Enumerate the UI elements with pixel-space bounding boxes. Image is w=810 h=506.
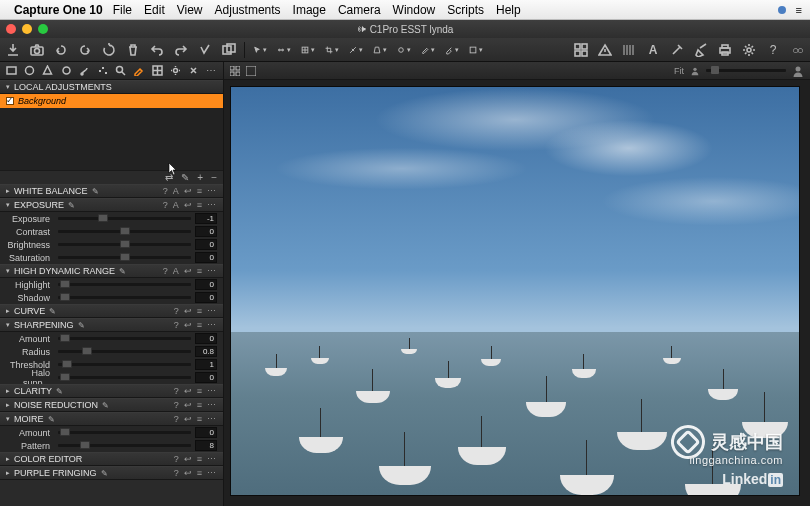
slider-value-field[interactable]: 0 — [195, 252, 217, 263]
copy-adjustments-button[interactable] — [198, 43, 212, 57]
panel-more-icon[interactable]: ⋯ — [207, 454, 217, 464]
panel-more-icon[interactable]: ⋯ — [207, 400, 217, 410]
browser-view-icon[interactable] — [230, 66, 240, 76]
sharpening-radius-slider[interactable] — [58, 350, 191, 353]
slider-value-field[interactable]: 0 — [195, 427, 217, 438]
tab-crop-icon[interactable] — [61, 65, 72, 77]
menu-help[interactable]: Help — [496, 3, 521, 17]
panel-auto-icon[interactable]: ? — [163, 266, 169, 276]
spot-tool[interactable] — [397, 43, 411, 57]
slider-thumb[interactable] — [60, 373, 70, 381]
hdr-shadow-slider[interactable] — [58, 296, 191, 299]
panel-copy-icon[interactable]: ↩ — [184, 200, 193, 210]
layer-add-icon[interactable]: + — [197, 172, 203, 183]
menu-file[interactable]: File — [113, 3, 132, 17]
viewer-view-icon[interactable] — [246, 66, 256, 76]
annotation-button[interactable]: A — [646, 43, 660, 57]
slider-value-field[interactable]: 0 — [195, 239, 217, 250]
panel-curve-header[interactable]: ▸ CURVE ✎ ?↩≡⋯ — [0, 304, 223, 318]
settings-button[interactable] — [742, 43, 756, 57]
menu-scripts[interactable]: Scripts — [447, 3, 484, 17]
panel-moire-header[interactable]: ▾ MOIRE ✎ ?↩≡⋯ — [0, 412, 223, 426]
menu-camera[interactable]: Camera — [338, 3, 381, 17]
panel-menu-icon[interactable]: ≡ — [197, 400, 203, 410]
overlay-tool[interactable] — [469, 43, 483, 57]
panel-menu-icon[interactable]: ≡ — [197, 454, 203, 464]
panel-copy-icon[interactable]: ↩ — [184, 468, 193, 478]
pick-button[interactable] — [670, 43, 684, 57]
panel-more-icon[interactable]: ⋯ — [207, 306, 217, 316]
close-window-button[interactable] — [6, 24, 16, 34]
tab-color-icon[interactable] — [79, 65, 90, 77]
edit-button[interactable] — [694, 43, 708, 57]
panel-copy-icon[interactable]: ↩ — [184, 306, 193, 316]
zoom-slider-thumb[interactable] — [711, 66, 719, 74]
panel-menu-icon[interactable]: ≡ — [197, 414, 203, 424]
draw-mask-tool[interactable] — [421, 43, 435, 57]
tab-metadata-icon[interactable] — [170, 65, 181, 77]
slider-thumb[interactable] — [82, 347, 92, 355]
camera-button[interactable] — [30, 43, 44, 57]
tab-lens-icon[interactable] — [42, 65, 53, 77]
panel-more-icon[interactable]: ⋯ — [207, 320, 217, 330]
panel-auto-icon[interactable]: ? — [174, 454, 180, 464]
slider-thumb[interactable] — [62, 360, 72, 368]
panel-menu-icon[interactable]: ≡ — [197, 306, 203, 316]
undo-button[interactable] — [150, 43, 164, 57]
tab-capture-icon[interactable] — [24, 65, 35, 77]
panel-more-icon[interactable]: ⋯ — [207, 414, 217, 424]
panel-copy-icon[interactable]: ↩ — [184, 454, 193, 464]
slider-thumb[interactable] — [98, 214, 108, 222]
zoom-fit-label[interactable]: Fit — [674, 66, 684, 76]
multi-view-button[interactable] — [222, 43, 236, 57]
panel-auto-icon[interactable]: ? — [174, 306, 180, 316]
zoom-slider[interactable] — [706, 69, 786, 72]
rotate-left-button[interactable] — [54, 43, 68, 57]
panel-copy-icon[interactable]: ↩ — [184, 266, 193, 276]
slider-value-field[interactable]: 8 — [195, 440, 217, 451]
panel-white-balance-header[interactable]: ▸ WHITE BALANCE ✎ ?A↩≡⋯ — [0, 184, 223, 198]
moire-pattern-slider[interactable] — [58, 444, 191, 447]
layer-visible-checkbox[interactable] — [6, 97, 14, 105]
panel-more-icon[interactable]: ⋯ — [207, 266, 217, 276]
panel-menu-icon[interactable]: ≡ — [197, 320, 203, 330]
slider-value-field[interactable]: 0 — [195, 333, 217, 344]
panel-more-icon[interactable]: ⋯ — [207, 186, 217, 196]
slider-thumb[interactable] — [120, 240, 130, 248]
image-canvas[interactable]: 灵感中国 lingganchina.com Linkedin — [230, 86, 800, 496]
panel-menu-icon[interactable]: ≡ — [197, 468, 203, 478]
menu-image[interactable]: Image — [293, 3, 326, 17]
panel-color-editor-header[interactable]: ▸ COLOR EDITOR ?↩≡⋯ — [0, 452, 223, 466]
panel-more-icon[interactable]: ⋯ — [207, 468, 217, 478]
keystone-tool[interactable] — [373, 43, 387, 57]
slider-thumb[interactable] — [120, 253, 130, 261]
panel-auto-icon[interactable]: ? — [163, 186, 169, 196]
exposure-contrast-slider[interactable] — [58, 230, 191, 233]
panel-auto-icon[interactable]: ? — [174, 386, 180, 396]
slider-thumb[interactable] — [60, 428, 70, 436]
panel-clarity-header[interactable]: ▸ CLARITY ✎ ?↩≡⋯ — [0, 384, 223, 398]
reset-button[interactable] — [102, 43, 116, 57]
exposure-exposure-slider[interactable] — [58, 217, 191, 220]
slider-value-field[interactable]: 0 — [195, 372, 217, 383]
tool-tabs-more[interactable]: ⋯ — [206, 65, 217, 76]
panel-purple-fringing-header[interactable]: ▸ PURPLE FRINGING ✎ ?↩≡⋯ — [0, 466, 223, 480]
trash-button[interactable] — [126, 43, 140, 57]
hdr-highlight-slider[interactable] — [58, 283, 191, 286]
sharpening-threshold-slider[interactable] — [58, 363, 191, 366]
panel-auto-icon[interactable]: ? — [174, 468, 180, 478]
crop-tool[interactable] — [325, 43, 339, 57]
panel-hdr-header[interactable]: ▾ HIGH DYNAMIC RANGE ✎ ?A↩≡⋯ — [0, 264, 223, 278]
tab-library-icon[interactable] — [6, 65, 17, 77]
hand-tool[interactable] — [277, 43, 291, 57]
tab-adjustments-icon[interactable] — [152, 65, 163, 77]
moire-amount-slider[interactable] — [58, 431, 191, 434]
tab-output-icon[interactable] — [188, 65, 199, 77]
minimize-window-button[interactable] — [22, 24, 32, 34]
panel-copy-icon[interactable]: ↩ — [184, 400, 193, 410]
panel-auto-icon[interactable]: ? — [174, 400, 180, 410]
menu-window[interactable]: Window — [393, 3, 436, 17]
layer-remove-icon[interactable]: − — [211, 172, 217, 183]
redo-button[interactable] — [174, 43, 188, 57]
layer-row[interactable]: Background — [0, 94, 223, 108]
